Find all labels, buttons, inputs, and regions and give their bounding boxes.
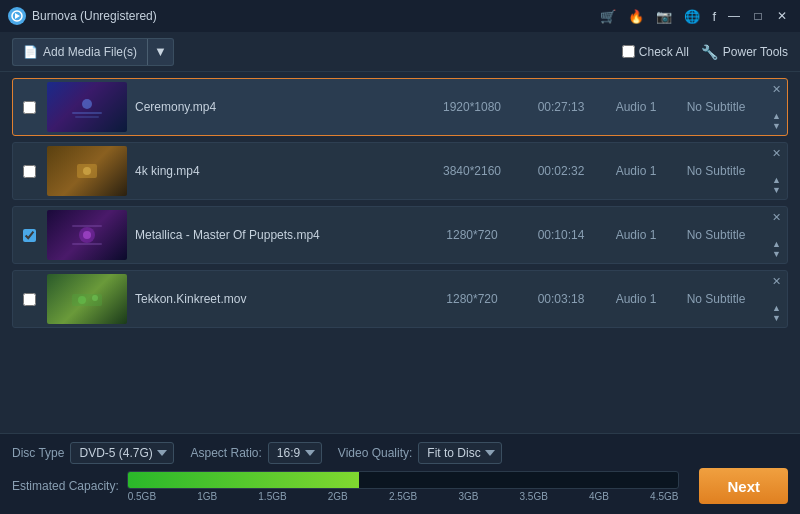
row-4-resolution: 1280*720: [433, 292, 511, 306]
add-media-dropdown-button[interactable]: ▼: [147, 38, 174, 66]
row-2-resolution: 3840*2160: [433, 164, 511, 178]
cap-label-4gb: 4GB: [589, 491, 609, 502]
row-4-close-button[interactable]: ✕: [772, 275, 781, 288]
cap-label-1gb: 1GB: [197, 491, 217, 502]
fire-icon[interactable]: 🔥: [624, 7, 648, 26]
row-2-filename: 4k king.mp4: [135, 164, 433, 178]
aspect-ratio-group: Aspect Ratio: 16:9 4:3: [190, 442, 321, 464]
svg-point-10: [83, 231, 91, 239]
svg-point-15: [78, 296, 86, 304]
minimize-button[interactable]: —: [724, 6, 744, 26]
table-row: Tekkon.Kinkreet.mov 1280*720 00:03:18 Au…: [12, 270, 788, 328]
row-4-filename: Tekkon.Kinkreet.mov: [135, 292, 433, 306]
row-1-info: 1920*1080 00:27:13 Audio 1 No Subtitle: [433, 100, 751, 114]
bottom-area: Disc Type DVD-5 (4.7G) DVD-9 (8.5G) BD-2…: [0, 433, 800, 514]
disc-type-group: Disc Type DVD-5 (4.7G) DVD-9 (8.5G) BD-2…: [12, 442, 174, 464]
row-1-down-arrow[interactable]: ▼: [772, 122, 781, 131]
row-1-up-arrow[interactable]: ▲: [772, 112, 781, 121]
disc-type-select[interactable]: DVD-5 (4.7G) DVD-9 (8.5G) BD-25 BD-50: [70, 442, 174, 464]
row-1-filename: Ceremony.mp4: [135, 100, 433, 114]
row-2-thumbnail: [47, 146, 127, 196]
toolbar-right: Check All 🔧 Power Tools: [622, 44, 788, 60]
svg-rect-4: [75, 116, 99, 118]
row-2-info: 3840*2160 00:02:32 Audio 1 No Subtitle: [433, 164, 751, 178]
cap-label-2gb: 2GB: [328, 491, 348, 502]
row-3-checkbox[interactable]: [23, 229, 36, 242]
row-3-thumbnail: [47, 210, 127, 260]
row-2-duration: 00:02:32: [531, 164, 591, 178]
row-1-subtitle: No Subtitle: [681, 100, 751, 114]
row-4-checkbox[interactable]: [23, 293, 36, 306]
restore-button[interactable]: □: [748, 6, 768, 26]
table-row: 4k king.mp4 3840*2160 00:02:32 Audio 1 N…: [12, 142, 788, 200]
check-all-text: Check All: [639, 45, 689, 59]
row-3-audio: Audio 1: [611, 228, 661, 242]
titlebar-left: Burnova (Unregistered): [8, 7, 157, 25]
row-4-checkbox-container: [19, 293, 39, 306]
capacity-fill: [128, 472, 359, 488]
row-3-subtitle: No Subtitle: [681, 228, 751, 242]
capacity-bar-container: 0.5GB 1GB 1.5GB 2GB 2.5GB 3GB 3.5GB 4GB …: [127, 471, 680, 502]
facebook-icon[interactable]: f: [708, 7, 720, 26]
app-logo: [8, 7, 26, 25]
row-3-down-arrow[interactable]: ▼: [772, 250, 781, 259]
cap-label-2.5gb: 2.5GB: [389, 491, 417, 502]
power-tools-button[interactable]: 🔧 Power Tools: [701, 44, 788, 60]
row-2-close-button[interactable]: ✕: [772, 147, 781, 160]
dropdown-arrow-icon: ▼: [154, 44, 167, 59]
svg-rect-11: [72, 225, 102, 227]
capacity-track: [127, 471, 680, 489]
row-1-checkbox[interactable]: [23, 101, 36, 114]
cap-label-1.5gb: 1.5GB: [258, 491, 286, 502]
svg-point-16: [92, 295, 98, 301]
add-media-button-group: 📄 Add Media File(s) ▼: [12, 38, 174, 66]
row-3-info: 1280*720 00:10:14 Audio 1 No Subtitle: [433, 228, 751, 242]
camera-icon[interactable]: 📷: [652, 7, 676, 26]
close-button[interactable]: ✕: [772, 6, 792, 26]
row-3-checkbox-container: [19, 229, 39, 242]
toolbar: 📄 Add Media File(s) ▼ Check All 🔧 Power …: [0, 32, 800, 72]
video-quality-select[interactable]: Fit to Disc High Medium Low: [418, 442, 502, 464]
video-quality-label: Video Quality:: [338, 446, 413, 460]
app-title: Burnova (Unregistered): [32, 9, 157, 23]
row-3-close-button[interactable]: ✕: [772, 211, 781, 224]
file-icon: 📄: [23, 45, 38, 59]
cap-label-0.5gb: 0.5GB: [128, 491, 156, 502]
wrench-icon: 🔧: [701, 44, 718, 60]
estimated-capacity-label: Estimated Capacity:: [12, 479, 119, 493]
row-4-thumbnail: [47, 274, 127, 324]
aspect-ratio-select[interactable]: 16:9 4:3: [268, 442, 322, 464]
row-4-up-arrow[interactable]: ▲: [772, 304, 781, 313]
table-row: Ceremony.mp4 1920*1080 00:27:13 Audio 1 …: [12, 78, 788, 136]
cap-label-3gb: 3GB: [458, 491, 478, 502]
row-1-audio: Audio 1: [611, 100, 661, 114]
row-1-checkbox-container: [19, 101, 39, 114]
check-all-label[interactable]: Check All: [622, 45, 689, 59]
row-1-close-button[interactable]: ✕: [772, 83, 781, 96]
titlebar: Burnova (Unregistered) 🛒 🔥 📷 🌐 f — □ ✕: [0, 0, 800, 32]
row-1-arrows: ▲ ▼: [772, 112, 781, 131]
svg-rect-14: [72, 294, 102, 306]
row-3-arrows: ▲ ▼: [772, 240, 781, 259]
aspect-ratio-label: Aspect Ratio:: [190, 446, 261, 460]
globe-icon[interactable]: 🌐: [680, 7, 704, 26]
row-2-audio: Audio 1: [611, 164, 661, 178]
row-2-up-arrow[interactable]: ▲: [772, 176, 781, 185]
row-2-arrows: ▲ ▼: [772, 176, 781, 195]
cap-label-4.5gb: 4.5GB: [650, 491, 678, 502]
svg-rect-3: [72, 112, 102, 114]
row-4-down-arrow[interactable]: ▼: [772, 314, 781, 323]
check-all-checkbox[interactable]: [622, 45, 635, 58]
add-media-main-button[interactable]: 📄 Add Media File(s): [12, 38, 147, 66]
next-button[interactable]: Next: [699, 468, 788, 504]
row-1-resolution: 1920*1080: [433, 100, 511, 114]
table-row: Metallica - Master Of Puppets.mp4 1280*7…: [12, 206, 788, 264]
cart-icon[interactable]: 🛒: [596, 7, 620, 26]
row-2-down-arrow[interactable]: ▼: [772, 186, 781, 195]
row-1-thumbnail: [47, 82, 127, 132]
row-3-up-arrow[interactable]: ▲: [772, 240, 781, 249]
disc-type-label: Disc Type: [12, 446, 64, 460]
power-tools-label: Power Tools: [723, 45, 788, 59]
bottom-controls: Disc Type DVD-5 (4.7G) DVD-9 (8.5G) BD-2…: [0, 434, 800, 468]
row-2-checkbox[interactable]: [23, 165, 36, 178]
